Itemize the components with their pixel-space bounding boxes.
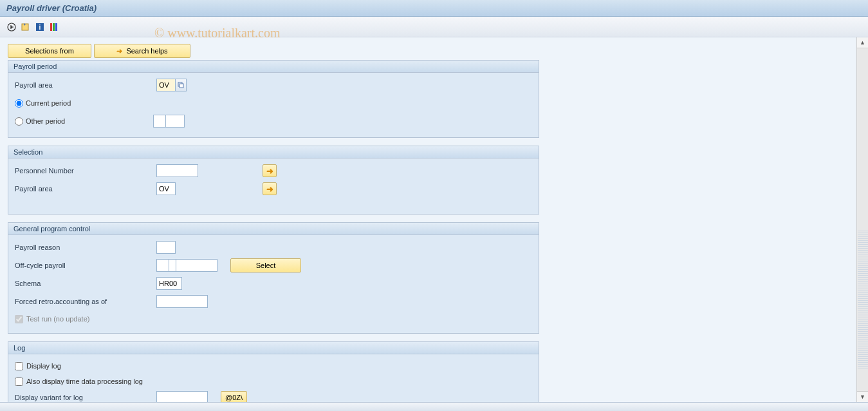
general-control-panel: General program control Payroll reason O… <box>8 222 539 334</box>
display-variant-log-input[interactable] <box>156 391 208 402</box>
application-toolbar: i <box>0 17 868 37</box>
other-period-input-1[interactable] <box>153 115 166 128</box>
svg-text:i: i <box>39 24 41 31</box>
payroll-area-input[interactable] <box>156 79 176 91</box>
payroll-period-panel: Payroll period Payroll area Current peri… <box>8 60 539 138</box>
payroll-area-f4-button[interactable] <box>175 79 187 91</box>
scroll-up-icon[interactable]: ▲ <box>857 37 868 48</box>
current-period-label: Current period <box>26 99 71 107</box>
variant-log-button[interactable]: @0Z\ <box>221 391 247 402</box>
forced-retro-input[interactable] <box>156 295 208 308</box>
svg-rect-7 <box>55 23 57 31</box>
schema-input[interactable] <box>156 277 182 290</box>
search-helps-label: Search helps <box>126 47 167 55</box>
payroll-area-multiple-button[interactable]: ➜ <box>263 182 277 195</box>
log-panel: Log Display log Also display time data p… <box>8 341 539 402</box>
display-variant-log-label: Display variant for log <box>15 394 156 401</box>
selection-buttons-row: Selections from ➜ Search helps <box>8 44 539 58</box>
payroll-area-label: Payroll area <box>15 81 156 89</box>
sel-payroll-area-input[interactable] <box>156 182 176 195</box>
selection-header: Selection <box>8 146 539 158</box>
offcycle-input-1[interactable] <box>156 259 169 272</box>
also-display-label: Also display time data processing log <box>26 378 143 385</box>
payroll-reason-label: Payroll reason <box>15 244 156 251</box>
arrow-right-icon: ➜ <box>116 47 122 55</box>
arrow-right-icon: ➜ <box>266 184 273 194</box>
offcycle-input-3[interactable] <box>176 259 217 272</box>
svg-rect-5 <box>50 23 52 31</box>
current-period-radio[interactable] <box>15 99 23 108</box>
svg-rect-6 <box>53 23 55 31</box>
selections-from-button[interactable]: Selections from <box>8 44 91 58</box>
other-period-input-2[interactable] <box>165 115 185 128</box>
search-helps-button[interactable]: ➜ Search helps <box>94 44 190 58</box>
execute-icon[interactable] <box>6 22 17 32</box>
select-button[interactable]: Select <box>230 258 301 272</box>
test-run-checkbox <box>15 315 23 323</box>
svg-point-1 <box>11 26 13 28</box>
personnel-number-input[interactable] <box>156 164 198 177</box>
svg-rect-9 <box>180 84 183 88</box>
content-area: Selections from ➜ Search helps Payroll p… <box>0 37 856 402</box>
other-period-radio[interactable] <box>15 117 23 126</box>
vertical-scrollbar[interactable]: ▲ ▼ <box>856 37 868 402</box>
info-icon[interactable]: i <box>35 22 45 32</box>
personnel-number-label: Personnel Number <box>15 167 156 175</box>
scroll-down-icon[interactable]: ▼ <box>857 391 868 402</box>
sel-payroll-area-label: Payroll area <box>15 185 156 193</box>
test-run-label: Test run (no update) <box>26 315 89 323</box>
forced-retro-label: Forced retro.accounting as of <box>15 298 156 305</box>
resize-handle[interactable] <box>858 231 868 370</box>
general-control-header: General program control <box>8 223 539 235</box>
payroll-reason-input[interactable] <box>156 241 176 254</box>
schema-label: Schema <box>15 280 156 287</box>
selection-panel: Selection Personnel Number ➜ Payroll are… <box>8 146 539 215</box>
title-bar: Payroll driver (Croatia) <box>0 0 868 17</box>
get-variant-icon[interactable] <box>21 22 31 32</box>
also-display-checkbox[interactable] <box>15 378 23 386</box>
window-title: Payroll driver (Croatia) <box>6 3 97 13</box>
display-log-label: Display log <box>26 362 61 370</box>
selections-from-label: Selections from <box>25 47 74 55</box>
personnel-multiple-button[interactable]: ➜ <box>263 164 277 177</box>
status-bar <box>0 402 868 411</box>
offcycle-label: Off-cycle payroll <box>15 262 156 269</box>
arrow-right-icon: ➜ <box>266 166 273 176</box>
color-legend-icon[interactable] <box>49 22 59 32</box>
other-period-label: Other period <box>26 117 153 125</box>
display-log-checkbox[interactable] <box>15 362 23 370</box>
log-header: Log <box>8 342 539 354</box>
payroll-period-header: Payroll period <box>8 61 539 73</box>
search-help-icon <box>178 82 184 88</box>
